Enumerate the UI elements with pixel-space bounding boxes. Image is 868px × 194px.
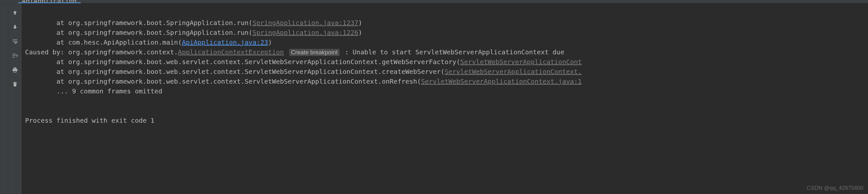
stack-text: ) xyxy=(359,19,362,27)
source-link[interactable]: ServletWebServerApplicationContext. xyxy=(444,68,582,75)
stack-line: at org.springframework.boot.SpringApplic… xyxy=(25,19,362,27)
stack-line: at org.springframework.boot.SpringApplic… xyxy=(25,29,362,36)
stack-text: Caused by: org.springframework.context. xyxy=(25,48,178,56)
down-arrow-icon[interactable] xyxy=(11,24,19,31)
caused-by-line: Caused by: org.springframework.context.A… xyxy=(25,48,568,56)
source-link[interactable]: ServletWebServerApplicationCont xyxy=(460,58,582,66)
blank-line xyxy=(25,97,29,105)
stack-text: ) xyxy=(268,38,272,46)
stack-line: at com.hesc.ApiApplication.main(ApiAppli… xyxy=(25,38,272,46)
stack-text: ) xyxy=(359,29,362,36)
exception-link[interactable]: ApplicationContextException xyxy=(178,48,284,56)
stack-line: at org.springframework.boot.web.servlet.… xyxy=(25,58,582,66)
stack-text: at org.springframework.boot.web.servlet.… xyxy=(25,77,421,85)
delete-icon[interactable] xyxy=(11,81,19,88)
source-link[interactable]: ServletWebServerApplicationContext.java:… xyxy=(421,77,582,85)
stack-text: at org.springframework.boot.web.servlet.… xyxy=(25,58,460,66)
stack-text: : Unable to start ServletWebServerApplic… xyxy=(341,48,568,56)
console-output: at org.springframework.boot.SpringApplic… xyxy=(22,3,868,194)
main-area: at org.springframework.boot.SpringApplic… xyxy=(0,3,868,194)
stack-text: at org.springframework.boot.SpringApplic… xyxy=(25,19,252,27)
blank-line xyxy=(25,107,29,115)
stack-line: at org.springframework.boot.web.servlet.… xyxy=(25,77,582,85)
tab-api-application[interactable]: ApiApplication xyxy=(18,0,81,3)
console-toolbar xyxy=(8,3,22,194)
soft-wrap-icon[interactable] xyxy=(11,38,19,45)
scroll-to-end-icon[interactable] xyxy=(11,52,19,59)
exit-code-line: Process finished with exit code 1 xyxy=(25,117,154,124)
frames-omitted: ... 9 common frames omitted xyxy=(25,87,162,95)
create-breakpoint-button[interactable]: Create breakpoint xyxy=(289,49,340,56)
source-link[interactable]: SpringApplication.java:1226 xyxy=(252,29,358,36)
print-icon[interactable] xyxy=(11,66,19,73)
tab-bar: ApiApplication xyxy=(0,0,868,3)
source-link[interactable]: ApiApplication.java:23 xyxy=(182,38,268,46)
stack-text: at org.springframework.boot.SpringApplic… xyxy=(25,29,252,36)
source-link[interactable]: SpringApplication.java:1237 xyxy=(252,19,358,27)
tab-label: ApiApplication xyxy=(22,0,77,3)
up-arrow-icon[interactable] xyxy=(11,9,19,16)
watermark: CSDN @qq_42875600 xyxy=(807,185,863,191)
stack-text: at org.springframework.boot.web.servlet.… xyxy=(25,68,444,75)
left-gutter xyxy=(0,3,8,194)
stack-text: at com.hesc.ApiApplication.main( xyxy=(25,38,182,46)
stack-line: at org.springframework.boot.web.servlet.… xyxy=(25,68,582,75)
